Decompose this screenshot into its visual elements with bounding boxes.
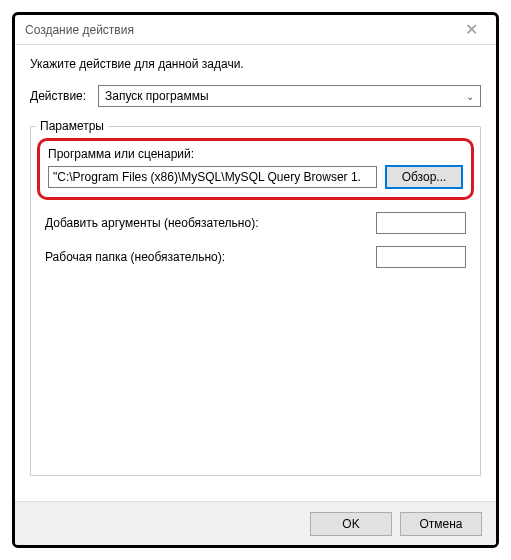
arguments-label: Добавить аргументы (необязательно): [45,216,258,230]
close-icon[interactable]: ✕ [457,18,486,42]
startin-row: Рабочая папка (необязательно): [41,246,470,268]
instruction-text: Укажите действие для данной задачи. [30,57,481,71]
action-selected-value: Запуск программы [105,89,209,103]
program-row: "C:\Program Files (x86)\MySQL\MySQL Quer… [48,165,463,189]
program-highlight: Программа или сценарий: "C:\Program File… [37,138,474,200]
browse-button[interactable]: Обзор... [385,165,463,189]
cancel-button[interactable]: Отмена [400,512,482,536]
titlebar: Создание действия ✕ [15,15,496,45]
ok-button[interactable]: OK [310,512,392,536]
button-bar: OK Отмена [15,501,496,545]
params-group: Программа или сценарий: "C:\Program File… [30,126,481,476]
window-title: Создание действия [25,23,134,37]
dialog-window: Создание действия ✕ Укажите действие для… [12,12,499,548]
action-label: Действие: [30,89,98,103]
action-row: Действие: Запуск программы ⌄ [30,85,481,107]
params-group-label: Параметры [30,119,481,133]
arguments-input[interactable] [376,212,466,234]
startin-input[interactable] [376,246,466,268]
program-label: Программа или сценарий: [48,147,463,161]
startin-label: Рабочая папка (необязательно): [45,250,225,264]
dialog-content: Укажите действие для данной задачи. Дейс… [15,45,496,476]
program-input[interactable]: "C:\Program Files (x86)\MySQL\MySQL Quer… [48,166,377,188]
arguments-row: Добавить аргументы (необязательно): [41,212,470,234]
action-select[interactable]: Запуск программы ⌄ [98,85,481,107]
chevron-down-icon: ⌄ [466,91,474,102]
